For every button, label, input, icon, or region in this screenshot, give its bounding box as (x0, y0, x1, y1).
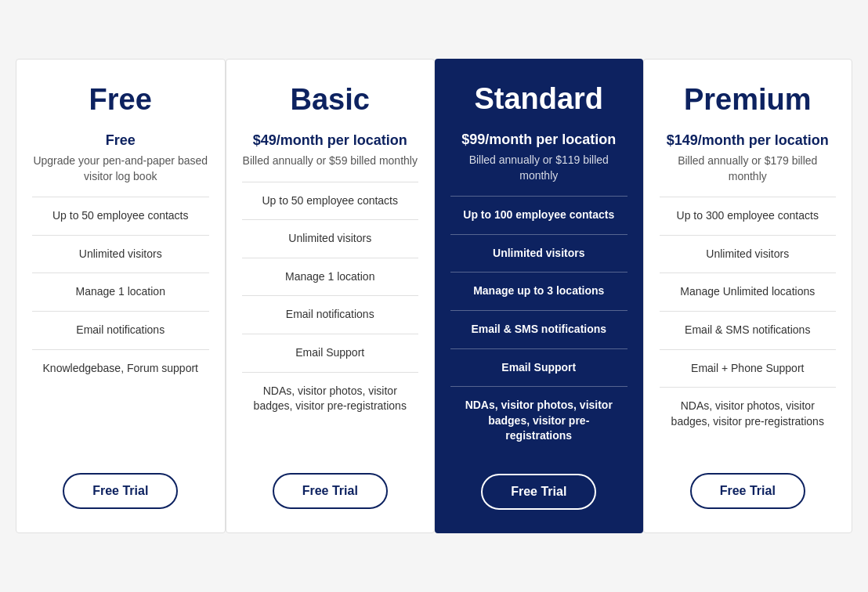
plan-name-premium: Premium (660, 83, 837, 117)
feature-item: NDAs, visitor photos, visitor badges, vi… (242, 373, 419, 425)
feature-item: Knowledgebase, Forum support (32, 350, 209, 388)
trial-button-standard[interactable]: Free Trial (481, 474, 596, 510)
feature-item: Up to 300 employee contacts (660, 197, 837, 236)
feature-item: NDAs, visitor photos, visitor badges, vi… (450, 387, 627, 455)
price-label-free: Free (32, 132, 209, 149)
feature-item: Manage up to 3 locations (450, 273, 627, 311)
button-section-premium: Free Trial (660, 454, 837, 509)
price-label-basic: $49/month per location (242, 132, 419, 149)
feature-item: Email notifications (242, 296, 419, 334)
price-section-premium: $149/month per locationBilled annually o… (660, 132, 837, 197)
feature-item: Unlimited visitors (450, 235, 627, 273)
price-section-basic: $49/month per locationBilled annually or… (242, 132, 419, 182)
feature-item: Manage Unlimited locations (660, 273, 837, 312)
price-desc-premium: Billed annually or $179 billed monthly (660, 153, 837, 184)
price-label-premium: $149/month per location (660, 132, 837, 149)
button-section-standard: Free Trial (450, 455, 627, 510)
price-section-free: FreeUpgrade your pen-and-paper based vis… (32, 132, 209, 197)
feature-item: Email notifications (32, 312, 209, 350)
trial-button-basic[interactable]: Free Trial (273, 473, 388, 509)
feature-item: Email + Phone Support (660, 350, 837, 388)
feature-item: Manage 1 location (242, 258, 419, 297)
feature-list-premium: Up to 300 employee contactsUnlimited vis… (660, 197, 837, 454)
feature-item: Up to 50 employee contacts (242, 182, 419, 221)
plan-card-basic: Basic$49/month per locationBilled annual… (226, 59, 436, 533)
feature-item: Email & SMS notifications (660, 312, 837, 350)
feature-item: Up to 50 employee contacts (32, 197, 209, 236)
feature-item: NDAs, visitor photos, visitor badges, vi… (660, 388, 837, 440)
plan-card-free: FreeFreeUpgrade your pen-and-paper based… (16, 59, 226, 533)
plan-card-standard: Standard$99/month per locationBilled ann… (435, 59, 643, 533)
pricing-container: FreeFreeUpgrade your pen-and-paper based… (16, 59, 852, 533)
feature-item: Email Support (242, 334, 419, 373)
price-section-standard: $99/month per locationBilled annually or… (450, 132, 627, 197)
feature-item: Up to 100 employee contacts (450, 197, 627, 235)
plan-card-premium: Premium$149/month per locationBilled ann… (643, 59, 853, 533)
price-desc-standard: Billed annually or $119 billed monthly (450, 153, 627, 183)
price-desc-basic: Billed annually or $59 billed monthly (242, 153, 419, 169)
plan-name-basic: Basic (242, 83, 419, 117)
feature-item: Unlimited visitors (242, 220, 419, 258)
feature-item: Manage 1 location (32, 273, 209, 312)
button-section-basic: Free Trial (242, 454, 419, 509)
feature-item: Email Support (450, 349, 627, 388)
trial-button-premium[interactable]: Free Trial (690, 473, 805, 509)
price-label-standard: $99/month per location (450, 132, 627, 148)
feature-item: Unlimited visitors (32, 236, 209, 274)
plan-name-standard: Standard (450, 82, 627, 116)
feature-list-standard: Up to 100 employee contactsUnlimited vis… (450, 197, 627, 455)
feature-item: Email & SMS notifications (450, 311, 627, 349)
feature-list-free: Up to 50 employee contactsUnlimited visi… (32, 197, 209, 454)
trial-button-free[interactable]: Free Trial (63, 473, 178, 509)
feature-item: Unlimited visitors (660, 236, 837, 274)
price-desc-free: Upgrade your pen-and-paper based visitor… (32, 153, 209, 184)
plan-name-free: Free (32, 83, 209, 117)
feature-list-basic: Up to 50 employee contactsUnlimited visi… (242, 182, 419, 454)
button-section-free: Free Trial (32, 454, 209, 509)
